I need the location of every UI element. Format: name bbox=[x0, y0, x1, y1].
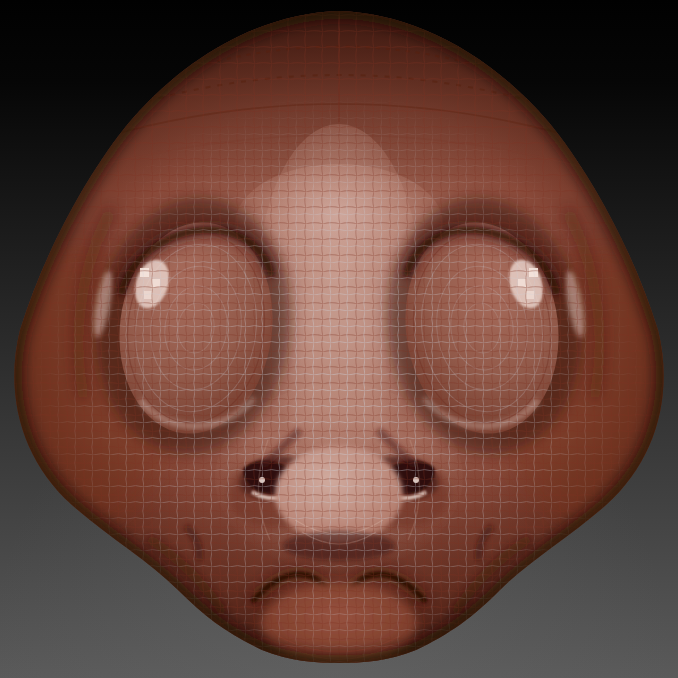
viewport-canvas[interactable] bbox=[0, 0, 678, 678]
sculpt-viewport[interactable] bbox=[0, 0, 678, 678]
